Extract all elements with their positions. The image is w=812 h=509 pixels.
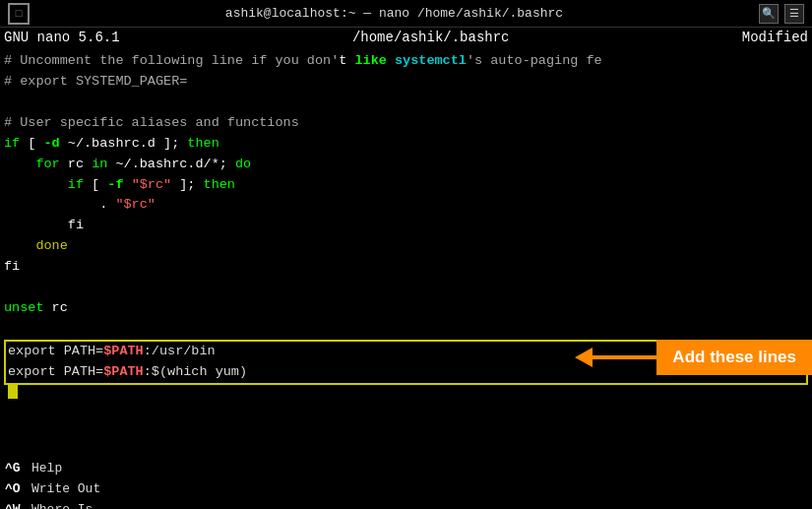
- editor-line-1: # Uncomment the following line if you do…: [4, 51, 808, 72]
- title-actions: 🔍 ☰: [759, 4, 804, 24]
- arrow-head: [575, 348, 593, 367]
- menu-button[interactable]: ☰: [784, 4, 804, 24]
- arrow-shaft: [593, 355, 656, 359]
- nano-filename: /home/ashik/.bashrc: [120, 30, 742, 47]
- nano-header: GNU nano 5.6.1 /home/ashik/.bashrc Modif…: [0, 28, 812, 49]
- editor-line-10: done: [4, 236, 808, 257]
- editor-line-5: if [ -d ~/.bashrc.d ]; then: [4, 134, 808, 155]
- editor-area[interactable]: # Uncomment the following line if you do…: [0, 49, 812, 425]
- shortcut-label: Write Out: [31, 481, 100, 496]
- shortcut-item-r1-0[interactable]: ^G Help: [0, 458, 138, 478]
- nano-version: GNU nano 5.6.1: [4, 30, 120, 47]
- shortcut-item-r1-2[interactable]: ^W Where Is: [0, 499, 138, 509]
- title-bar: □ ashik@localhost:~ — nano /home/ashik/.…: [0, 0, 812, 28]
- editor-line-6: for rc in ~/.bashrc.d/*; do: [4, 155, 808, 175]
- editor-line-4: # User specific aliases and functions: [4, 113, 808, 134]
- shortcut-label: Where Is: [31, 502, 93, 509]
- shortcut-label: Help: [31, 461, 62, 476]
- editor-line-8: . "$rc": [4, 195, 808, 216]
- arrow-container: [575, 348, 656, 367]
- nano-modified: Modified: [742, 30, 808, 47]
- shortcut-item-r1-1[interactable]: ^O Write Out: [0, 478, 138, 499]
- editor-line-11: fi: [4, 257, 808, 278]
- editor-line-7: if [ -f "$rc" ]; then: [4, 175, 808, 196]
- shortcut-key: ^G: [4, 461, 30, 476]
- editor-line-3: [4, 93, 808, 113]
- annotation: Add these lines: [575, 340, 812, 375]
- window-title: ashik@localhost:~ — nano /home/ashik/.ba…: [225, 6, 563, 21]
- editor-line-2: # export SYSTEMD_PAGER=: [4, 72, 808, 93]
- editor-line-12: [4, 278, 808, 298]
- window-icon: □: [8, 3, 30, 25]
- bottom-bar: ^G Help^O Write Out^W Where Is^K Cut^T E…: [0, 458, 812, 509]
- cursor-line: [4, 385, 808, 399]
- editor-line-13: unset rc: [4, 298, 808, 319]
- annotation-box: Add these lines: [656, 340, 812, 375]
- search-button[interactable]: 🔍: [759, 4, 779, 24]
- shortcut-row-1: ^G Help^O Write Out^W Where Is^K Cut^T E…: [0, 458, 812, 509]
- cursor-block: [8, 385, 18, 399]
- editor-line-9: fi: [4, 216, 808, 236]
- shortcut-key: ^W: [4, 502, 30, 509]
- shortcut-key: ^O: [4, 481, 30, 496]
- editor-line-14: [4, 319, 808, 340]
